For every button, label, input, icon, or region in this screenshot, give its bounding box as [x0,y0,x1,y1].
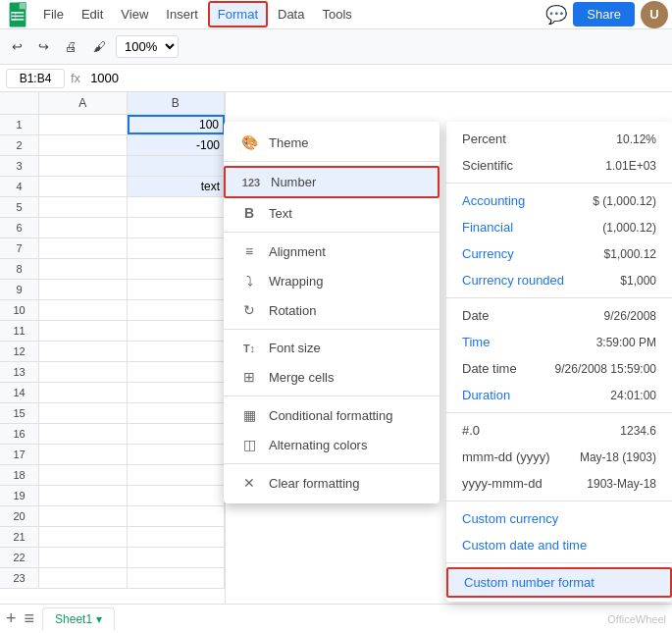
cell-b[interactable] [128,486,225,505]
format-fontsize[interactable]: T↕ Font size [224,334,439,362]
cell-a[interactable] [39,362,128,382]
cell-b[interactable]: text [128,177,225,196]
cell-b[interactable] [128,259,225,279]
sheet-list-button[interactable]: ≡ [25,608,35,629]
cell-b[interactable] [128,568,225,588]
spreadsheet: A B 11002-10034text567891011121314151617… [0,92,226,604]
cell-b[interactable] [128,321,225,341]
cell-a[interactable] [39,115,128,134]
num-time-label: Time [462,335,490,349]
menu-tools[interactable]: Tools [314,3,359,26]
cell-b[interactable] [128,424,225,444]
cell-a[interactable] [39,342,128,361]
cell-a[interactable] [39,177,128,196]
cell-b[interactable] [128,403,225,423]
row-number: 16 [0,424,39,444]
format-number[interactable]: 123 Number [224,166,439,198]
cell-b[interactable]: 100 [128,115,225,134]
cell-b[interactable] [128,197,225,217]
cell-a[interactable] [39,238,128,258]
sheet-tab[interactable]: Sheet1 ▾ [42,607,115,630]
cell-b[interactable] [128,527,225,547]
menu-data[interactable]: Data [270,3,312,26]
cell-b[interactable] [128,156,225,176]
format-conditional[interactable]: ▦ Conditional formatting [224,400,439,430]
format-wrapping[interactable]: ⤵ Wrapping [224,266,439,295]
cell-a[interactable] [39,321,128,341]
num-currency[interactable]: Currency $1,000.12 [446,240,672,267]
num-financial[interactable]: Financial (1,000.12) [446,214,672,240]
undo-button[interactable]: ↩ [6,36,28,57]
num-custom-datetime[interactable]: Custom date and time [446,532,672,558]
cell-b[interactable] [128,300,225,320]
cell-ref-input[interactable] [6,69,65,88]
cell-b[interactable] [128,218,225,237]
format-alternating[interactable]: ◫ Alternating colors [224,430,439,459]
cell-b[interactable] [128,465,225,485]
paint-button[interactable]: 🖌 [87,36,112,57]
num-scientific-value: 1.01E+03 [605,159,656,173]
cell-a[interactable] [39,218,128,237]
menu-view[interactable]: View [113,3,156,26]
cell-a[interactable] [39,486,128,505]
num-date[interactable]: Date 9/26/2008 [446,302,672,329]
num-time[interactable]: Time 3:59:00 PM [446,329,672,355]
cell-a[interactable] [39,156,128,176]
cell-b[interactable] [128,548,225,567]
cell-a[interactable] [39,568,128,588]
cell-a[interactable] [39,424,128,444]
cell-a[interactable] [39,280,128,299]
cell-b[interactable]: -100 [128,135,225,155]
cell-b[interactable] [128,280,225,299]
cell-a[interactable] [39,300,128,320]
num-percent[interactable]: Percent 10.12% [446,126,672,152]
cell-a[interactable] [39,527,128,547]
menu-bar: File Edit View Insert Format Data Tools … [0,0,672,29]
menu-edit[interactable]: Edit [74,3,111,26]
num-duration[interactable]: Duration 24:01:00 [446,382,672,408]
cell-a[interactable] [39,197,128,217]
cell-a[interactable] [39,383,128,402]
num-custom-currency[interactable]: Custom currency [446,505,672,532]
num-currency-rounded[interactable]: Currency rounded $1,000 [446,267,672,293]
zoom-select[interactable]: 100% [116,35,179,58]
cell-a[interactable] [39,259,128,279]
menu-insert[interactable]: Insert [158,3,206,26]
format-rotation[interactable]: ↻ Rotation [224,295,439,325]
print-button[interactable]: 🖨 [59,36,83,57]
menu-file[interactable]: File [35,3,72,26]
format-text[interactable]: B Text [224,198,439,228]
cell-a[interactable] [39,445,128,464]
add-sheet-button[interactable]: + [6,608,17,629]
num-mmmdd[interactable]: mmm-dd (yyyy) May-18 (1903) [446,444,672,470]
share-button[interactable]: Share [573,2,635,26]
menu-format[interactable]: Format [208,1,268,27]
num-hash0[interactable]: #.0 1234.6 [446,417,672,444]
num-financial-value: (1,000.12) [602,221,656,235]
format-clear[interactable]: ✕ Clear formatting [224,468,439,498]
cell-a[interactable] [39,465,128,485]
redo-button[interactable]: ↪ [32,36,55,57]
num-datetime[interactable]: Date time 9/26/2008 15:59:00 [446,355,672,382]
cell-b[interactable] [128,445,225,464]
formula-input[interactable] [86,69,666,87]
cell-a[interactable] [39,135,128,155]
num-scientific[interactable]: Scientific 1.01E+03 [446,152,672,179]
svg-rect-1 [19,2,26,9]
cell-b[interactable] [128,383,225,402]
cell-b[interactable] [128,342,225,361]
cell-a[interactable] [39,548,128,567]
cell-b[interactable] [128,506,225,526]
num-custom-number-format[interactable]: Custom number format [446,567,672,598]
num-yyyymmmdd[interactable]: yyyy-mmm-dd 1903-May-18 [446,470,672,497]
format-merge[interactable]: ⊞ Merge cells [224,362,439,392]
num-accounting[interactable]: Accounting $ (1,000.12) [446,187,672,214]
comment-icon[interactable]: 💬 [545,4,567,26]
cell-a[interactable] [39,403,128,423]
cell-b[interactable] [128,238,225,258]
cell-b[interactable] [128,362,225,382]
table-row: 18 [0,465,225,486]
format-theme[interactable]: 🎨 Theme [224,128,439,157]
cell-a[interactable] [39,506,128,526]
format-alignment[interactable]: ≡ Alignment [224,237,439,266]
